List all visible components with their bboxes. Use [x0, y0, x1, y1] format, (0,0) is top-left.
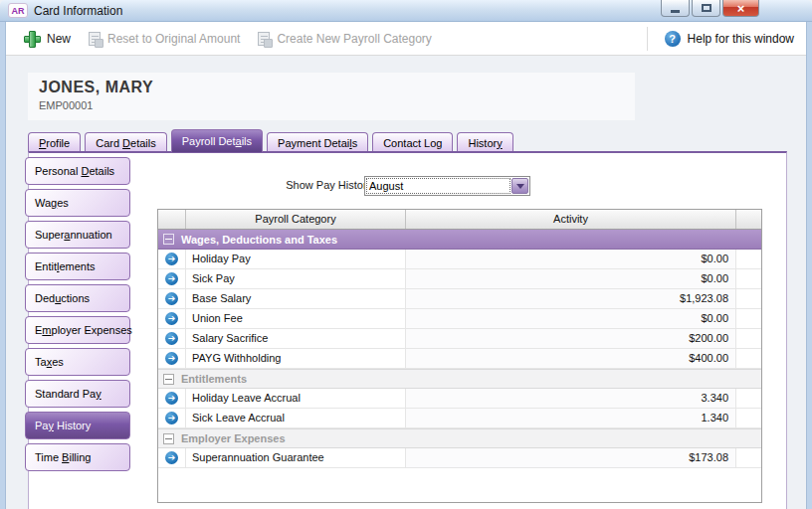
- row-arrow-cell: [158, 389, 186, 408]
- sidebar-item-superannuation[interactable]: Superannuation: [25, 221, 130, 249]
- row-filler-cell: [736, 349, 761, 368]
- detail-arrow-icon[interactable]: [165, 392, 178, 405]
- activity-cell: $173.08: [406, 448, 736, 467]
- table-row-payg-withholding[interactable]: PAYG Withholding $400.00: [158, 349, 761, 369]
- sidebar-item-time-billing[interactable]: Time Billing: [25, 443, 130, 471]
- table-row-sick-leave-accrual[interactable]: Sick Leave Accrual 1.340: [158, 409, 761, 428]
- tab-history[interactable]: History: [457, 132, 512, 152]
- dropdown-button[interactable]: [511, 178, 528, 194]
- help-button-label: Help for this window: [688, 32, 794, 46]
- header-payroll-category[interactable]: Payroll Category: [186, 210, 406, 229]
- sidebar-item-pay-history[interactable]: Pay History: [25, 412, 130, 439]
- pay-history-month-select[interactable]: August: [364, 176, 530, 196]
- help-button[interactable]: Help for this window: [656, 27, 806, 51]
- maximize-icon: [702, 4, 711, 12]
- table-row-salary-sacrifice[interactable]: Salary Sacrifice $200.00: [158, 329, 761, 349]
- payroll-category-cell: Salary Sacrifice: [186, 329, 406, 348]
- table-row-union-fee[interactable]: Union Fee $0.00: [158, 309, 761, 329]
- maximize-button[interactable]: [692, 0, 720, 17]
- sidebar-item-employer-expenses[interactable]: Employer Expenses: [25, 316, 130, 344]
- row-filler-cell: [736, 409, 761, 427]
- employee-id: EMP00001: [28, 96, 635, 111]
- row-filler-cell: [736, 250, 761, 268]
- tab-payment-details[interactable]: Payment Details: [267, 132, 368, 152]
- card-information-window: AR Card Information New Reset to Origina…: [0, 0, 812, 509]
- activity-cell: $0.00: [406, 269, 736, 288]
- new-button-label: New: [47, 32, 71, 46]
- tab-payroll-details[interactable]: Payroll Details: [171, 129, 263, 152]
- sidebar-item-standard-pay[interactable]: Standard Pay: [25, 380, 130, 408]
- pay-history-selected-value: August: [365, 177, 510, 195]
- table-row-holiday-leave-accrual[interactable]: Holiday Leave Accrual 3.340: [158, 389, 761, 409]
- table-row-superannuation-guarantee[interactable]: Superannuation Guarantee $173.08: [158, 448, 761, 468]
- content-area: JONES, MARY EMP00001 Profile Card Detail…: [6, 56, 806, 509]
- sidebar-item-taxes[interactable]: Taxes: [25, 348, 130, 376]
- table-row-holiday-pay[interactable]: Holiday Pay $0.00: [158, 250, 761, 269]
- detail-arrow-icon[interactable]: [165, 253, 178, 265]
- row-arrow-cell: [158, 289, 186, 308]
- tab-card-details[interactable]: Card Details: [85, 132, 167, 152]
- sidebar-item-wages[interactable]: Wages: [25, 189, 130, 217]
- payroll-category-cell: Holiday Leave Accrual: [186, 389, 406, 408]
- create-button-label: Create New Payroll Category: [277, 32, 431, 46]
- row-filler-cell: [736, 289, 761, 308]
- toolbar: New Reset to Original Amount Create New …: [6, 22, 806, 56]
- activity-cell: $0.00: [406, 250, 736, 268]
- header-row-selector: [158, 210, 186, 229]
- close-icon: [737, 0, 745, 17]
- group-header-entitlements: Entitlements: [158, 369, 761, 389]
- activity-cell: 3.340: [406, 389, 736, 408]
- group-header-wages-deductions-taxes: Wages, Deductions and Taxes: [158, 230, 761, 250]
- close-button[interactable]: [722, 0, 759, 17]
- sidebar-item-entitlements[interactable]: Entitlements: [25, 253, 130, 280]
- pay-history-table: Payroll Category Activity Wages, Deducti…: [157, 209, 762, 503]
- activity-cell: $0.00: [406, 309, 736, 328]
- detail-arrow-icon[interactable]: [165, 272, 178, 285]
- table-row-base-salary[interactable]: Base Salary $1,923.08: [158, 289, 761, 309]
- employee-header: JONES, MARY EMP00001: [28, 73, 635, 120]
- payroll-details-panel: Show Pay History for: August Payroll Cat…: [28, 151, 787, 509]
- window-border-right: [806, 22, 812, 509]
- app-icon: AR: [8, 3, 28, 18]
- header-filler: [736, 210, 761, 229]
- group-label: Wages, Deductions and Taxes: [181, 234, 337, 246]
- new-button[interactable]: New: [14, 26, 80, 51]
- row-filler-cell: [736, 389, 761, 408]
- collapse-icon[interactable]: [163, 433, 174, 444]
- detail-arrow-icon[interactable]: [165, 352, 178, 365]
- collapse-icon[interactable]: [163, 374, 174, 385]
- reset-button-label: Reset to Original Amount: [107, 32, 240, 46]
- window-controls: [661, 0, 759, 17]
- chevron-down-icon: [516, 184, 524, 193]
- row-filler-cell: [736, 448, 761, 467]
- detail-arrow-icon[interactable]: [165, 332, 178, 345]
- group-header-employer-expenses: Employer Expenses: [158, 428, 761, 448]
- detail-arrow-icon[interactable]: [165, 292, 178, 305]
- table-row-sick-pay[interactable]: Sick Pay $0.00: [158, 269, 761, 289]
- payroll-category-cell: Union Fee: [186, 309, 406, 328]
- row-arrow-cell: [158, 250, 186, 268]
- tab-profile[interactable]: Profile: [28, 132, 81, 152]
- detail-arrow-icon[interactable]: [165, 412, 178, 424]
- collapse-icon[interactable]: [163, 234, 174, 245]
- detail-arrow-icon[interactable]: [165, 312, 178, 325]
- header-activity[interactable]: Activity: [406, 210, 736, 229]
- help-icon: [665, 31, 681, 47]
- payroll-category-cell: Sick Pay: [186, 269, 406, 288]
- activity-cell: $400.00: [406, 349, 736, 368]
- minimize-button[interactable]: [661, 0, 690, 17]
- employee-name: JONES, MARY: [28, 73, 635, 96]
- payroll-category-cell: Base Salary: [186, 289, 406, 308]
- sidebar-item-deductions[interactable]: Deductions: [25, 284, 130, 312]
- payroll-category-cell: Sick Leave Accrual: [186, 409, 406, 427]
- row-filler-cell: [736, 269, 761, 288]
- detail-arrow-icon[interactable]: [165, 451, 178, 464]
- titlebar[interactable]: AR Card Information: [0, 0, 812, 22]
- payroll-category-cell: Superannuation Guarantee: [186, 448, 406, 467]
- row-arrow-cell: [158, 349, 186, 368]
- new-plus-icon: [23, 30, 40, 47]
- sidebar-item-personal-details[interactable]: Personal Details: [25, 157, 130, 185]
- tab-contact-log[interactable]: Contact Log: [372, 132, 453, 152]
- payroll-category-cell: PAYG Withholding: [186, 349, 406, 368]
- create-document-icon: [258, 32, 270, 46]
